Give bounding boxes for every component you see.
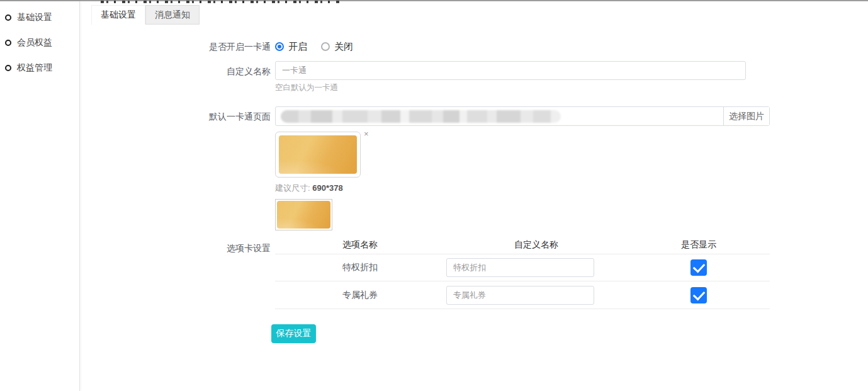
- table-header-row: 选项名称 自定义名称 是否显示: [275, 235, 770, 254]
- circle-icon: [5, 14, 11, 21]
- tab-message-notification[interactable]: 消息通知: [145, 5, 200, 25]
- redacted-path: [281, 110, 561, 123]
- custom-name-input-row1[interactable]: [446, 258, 594, 277]
- circle-icon: [5, 40, 11, 46]
- visible-checkbox-row1[interactable]: [690, 259, 707, 276]
- table-row: 特权折扣: [275, 254, 770, 281]
- custom-name-input[interactable]: [275, 61, 746, 80]
- onecard-preview-image: [279, 135, 357, 174]
- tab-basic-settings[interactable]: 基础设置: [91, 5, 145, 25]
- custom-name-label: 自定义名称: [208, 66, 271, 77]
- circle-icon: [5, 65, 11, 71]
- column-header-option-name: 选项名称: [275, 239, 445, 251]
- tab-settings-label: 选项卡设置: [208, 243, 271, 254]
- size-hint-value: 690*378: [312, 183, 342, 193]
- default-page-label: 默认一卡通页面: [201, 111, 271, 123]
- settings-page: 基础设置 会员权益 权益管理 基础设置 消息通知 是否开启一卡通 开启 关闭 自…: [0, 0, 868, 391]
- column-header-custom-name: 自定义名称: [445, 239, 628, 251]
- sidebar-item-label: 会员权益: [17, 37, 52, 48]
- column-header-visible: 是否显示: [628, 239, 770, 251]
- option-name: 特权折扣: [275, 262, 445, 273]
- radio-option-disable[interactable]: 关闭: [321, 41, 353, 53]
- table-row: 专属礼券: [275, 281, 770, 309]
- default-page-input-group: 选择图片: [275, 106, 770, 126]
- custom-name-input-row2[interactable]: [446, 286, 594, 305]
- radio-unselected-icon: [321, 42, 330, 51]
- sidebar-item-label: 基础设置: [17, 12, 52, 23]
- default-page-path-input[interactable]: [276, 107, 723, 125]
- sidebar-item-member-benefits[interactable]: 会员权益: [0, 30, 79, 55]
- custom-name-hint: 空白默认为一卡通: [275, 82, 338, 93]
- sidebar: 基础设置 会员权益 权益管理: [0, 1, 80, 391]
- sidebar-item-benefit-management[interactable]: 权益管理: [0, 55, 79, 81]
- remove-image-icon[interactable]: ×: [364, 130, 369, 138]
- radio-option-label: 开启: [288, 41, 307, 53]
- sidebar-item-label: 权益管理: [17, 62, 52, 74]
- radio-option-label: 关闭: [334, 41, 353, 53]
- sidebar-item-basic-settings[interactable]: 基础设置: [0, 5, 79, 30]
- radio-selected-icon: [275, 42, 284, 51]
- clipped-text-artifact: [101, 1, 340, 3]
- select-image-button[interactable]: 选择图片: [723, 107, 769, 125]
- size-hint: 建议尺寸: 690*378: [275, 183, 343, 194]
- image-thumbnail: [275, 199, 332, 230]
- option-name: 专属礼券: [275, 290, 445, 301]
- enable-onecard-label: 是否开启一卡通: [208, 42, 271, 53]
- size-hint-label: 建议尺寸:: [275, 183, 310, 193]
- tab-bar: 基础设置 消息通知: [91, 5, 200, 25]
- enable-onecard-radio-group: 开启 关闭: [275, 40, 353, 54]
- radio-option-enable[interactable]: 开启: [275, 41, 307, 53]
- save-settings-button[interactable]: 保存设置: [271, 324, 316, 343]
- visible-checkbox-row2[interactable]: [690, 287, 707, 303]
- image-preview-card: [275, 132, 361, 178]
- onecard-thumbnail-image: [277, 201, 330, 229]
- tab-settings-table: 选项名称 自定义名称 是否显示 特权折扣 专属礼券: [275, 235, 770, 309]
